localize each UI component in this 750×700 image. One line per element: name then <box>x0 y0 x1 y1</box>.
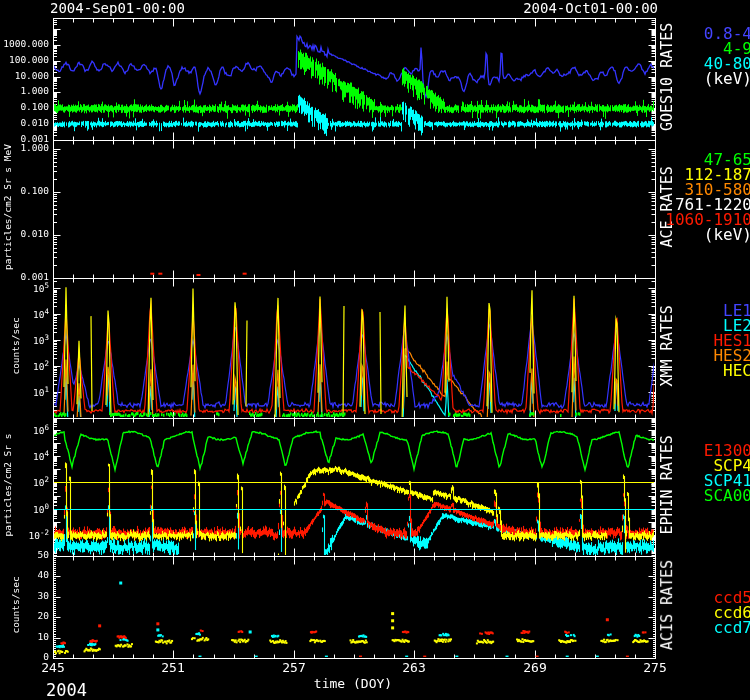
start-date-title: 2004-Sep01-00:00 <box>50 1 185 16</box>
ytick-label-p2-3: 102 <box>0 360 49 372</box>
xtick-label-245: 245 <box>31 661 75 675</box>
x-axis-label: time (DOY) <box>253 677 453 691</box>
xtick-label-275: 275 <box>633 661 677 675</box>
legend-item-HEC: HEC <box>640 363 750 378</box>
legend-item-ccd7: ccd7 <box>640 620 750 635</box>
legend-item-SCA00: SCA00 <box>640 488 750 503</box>
year-label: 2004 <box>46 682 87 700</box>
xtick-label-251: 251 <box>151 661 195 675</box>
ytick-label-p0-3: 1.000 <box>0 86 49 96</box>
ytick-label-p4-1: 40 <box>0 570 49 580</box>
ytick-label-p4-0: 50 <box>0 550 49 560</box>
end-date-title: 2004-Oct01-00:00 <box>352 1 658 16</box>
xtick-label-269: 269 <box>513 661 557 675</box>
ytick-label-p0-0: 1000.000 <box>0 39 49 49</box>
radiation-monitor-plot: 2004-Sep01-00:00 2004-Oct01-00:00 time (… <box>0 0 750 700</box>
ytick-label-p2-1: 104 <box>0 308 49 320</box>
ytick-label-p4-4: 10 <box>0 632 49 642</box>
legend-item-keV: (keV) <box>640 71 750 86</box>
ytick-label-p0-2: 10.000 <box>0 71 49 81</box>
xtick-label-263: 263 <box>392 661 436 675</box>
ytick-label-p2-2: 103 <box>0 334 49 346</box>
legend-item-keV: (keV) <box>640 227 750 242</box>
ytick-label-p2-0: 105 <box>0 282 49 294</box>
plot-canvas <box>0 0 750 700</box>
xtick-label-257: 257 <box>272 661 316 675</box>
ytick-label-p4-2: 30 <box>0 591 49 601</box>
ytick-label-p0-1: 100.000 <box>0 55 49 65</box>
y-axis-title-4: counts/sec <box>11 505 21 700</box>
ytick-label-p4-3: 20 <box>0 611 49 621</box>
